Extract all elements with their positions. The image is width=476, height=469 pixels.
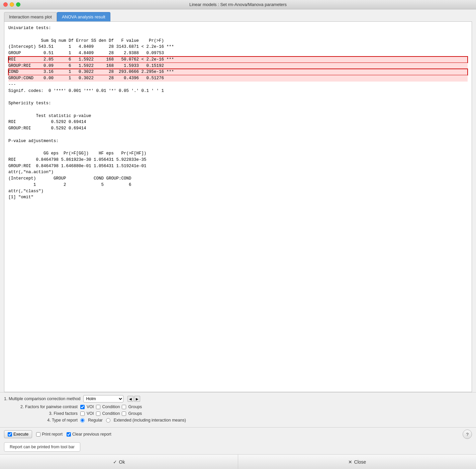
close-traffic-light[interactable] xyxy=(3,2,8,7)
section2-row: 2. Factors for pairwise contrast VOI Con… xyxy=(4,404,472,409)
bottom-controls: 1. Multiple comparison correction method… xyxy=(0,392,476,427)
extended-radio[interactable] xyxy=(106,418,110,423)
groups2-label: Groups xyxy=(128,404,142,409)
tab-anova-result[interactable]: ANOVA analysis result xyxy=(57,12,110,21)
execute-checkbox xyxy=(8,432,12,437)
section4-label: 4. Type of report xyxy=(4,418,78,423)
report-note: Report can be printed from tool bar xyxy=(4,442,80,452)
condition2-checkbox[interactable] xyxy=(96,405,100,409)
voi2-checkbox[interactable] xyxy=(80,405,85,409)
clear-report-label: Clear previous report xyxy=(72,432,111,437)
output-area: Univariate tests: Sum Sq num Df Error SS… xyxy=(4,21,472,392)
minimize-traffic-light[interactable] xyxy=(10,2,14,7)
section4-row: 4. Type of report Regular Extended (incl… xyxy=(4,418,472,423)
execute-label: Execute xyxy=(13,432,28,437)
nav-arrows: ◀ ▶ xyxy=(127,396,140,402)
maximize-traffic-light[interactable] xyxy=(16,2,20,7)
nav-arrow-right[interactable]: ▶ xyxy=(134,396,140,402)
clear-report-checkbox[interactable] xyxy=(67,432,71,437)
footer-bar: ✓ Ok ✕ Close xyxy=(0,454,476,469)
section3-checkboxes: VOI Condition Groups xyxy=(80,411,142,416)
condition3-label: Condition xyxy=(102,411,120,416)
print-report-checkbox[interactable] xyxy=(36,432,40,437)
print-report-label: Print report xyxy=(42,432,63,437)
section4-radios: Regular Extended (including interaction … xyxy=(80,418,186,423)
groups3-checkbox[interactable] xyxy=(122,412,126,416)
correction-method-dropdown[interactable]: Holm xyxy=(83,395,123,402)
section1-row: 1. Multiple comparison correction method… xyxy=(4,395,472,402)
section2-label: 2. Factors for pairwise contrast xyxy=(4,404,78,409)
nav-arrow-left[interactable]: ◀ xyxy=(127,396,133,402)
groups2-checkbox[interactable] xyxy=(122,405,126,409)
condition3-checkbox[interactable] xyxy=(96,412,100,416)
ok-checkmark: ✓ xyxy=(113,459,117,465)
clear-report-checkbox-group: Clear previous report xyxy=(67,432,111,437)
regular-radio[interactable] xyxy=(80,418,85,423)
tab-interaction-means[interactable]: Interaction means plot xyxy=(4,12,57,21)
action-bar: Execute Print report Clear previous repo… xyxy=(0,427,476,441)
output-text: Univariate tests: Sum Sq num Df Error SS… xyxy=(8,25,468,201)
section2-checkboxes: VOI Condition Groups xyxy=(80,404,142,409)
groups3-label: Groups xyxy=(128,411,142,416)
tabs-row: Interaction means plot ANOVA analysis re… xyxy=(0,9,476,21)
close-label: Close xyxy=(354,459,366,465)
report-note-bar: Report can be printed from tool bar xyxy=(0,441,476,454)
close-x-icon: ✕ xyxy=(348,459,352,465)
window-title: Linear models : Set rm-Anova/Manova para… xyxy=(189,2,287,7)
ok-button[interactable]: ✓ Ok xyxy=(0,455,238,469)
execute-button[interactable]: Execute xyxy=(4,430,32,438)
traffic-lights xyxy=(3,2,20,7)
regular-label: Regular xyxy=(88,418,103,423)
voi3-checkbox[interactable] xyxy=(80,412,85,416)
section3-row: 3. Fixed factors VOI Condition Groups xyxy=(4,411,472,416)
section1-label: 1. Multiple comparison correction method xyxy=(4,396,81,401)
section3-label: 3. Fixed factors xyxy=(4,411,78,416)
voi2-label: VOI xyxy=(87,404,94,409)
title-bar: Linear models : Set rm-Anova/Manova para… xyxy=(0,0,476,9)
main-container: Interaction means plot ANOVA analysis re… xyxy=(0,9,476,469)
ok-label: Ok xyxy=(119,459,125,465)
close-button[interactable]: ✕ Close xyxy=(238,455,476,469)
extended-label: Extended (including interaction means) xyxy=(114,418,186,423)
help-button[interactable]: ? xyxy=(463,430,472,439)
condition2-label: Condition xyxy=(102,404,120,409)
voi3-label: VOI xyxy=(87,411,94,416)
print-report-checkbox-group: Print report xyxy=(36,432,63,437)
